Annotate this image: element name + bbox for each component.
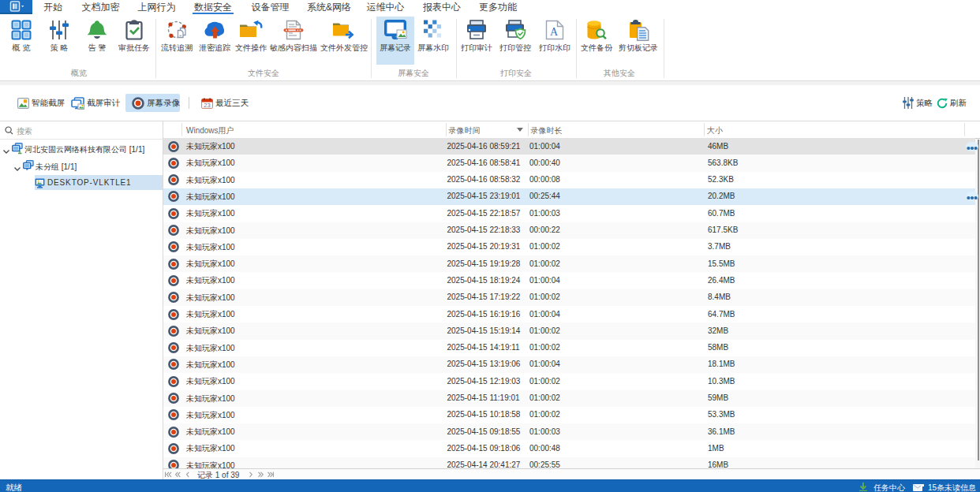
svg-text:A: A — [550, 26, 559, 38]
svg-text:23: 23 — [204, 102, 210, 109]
